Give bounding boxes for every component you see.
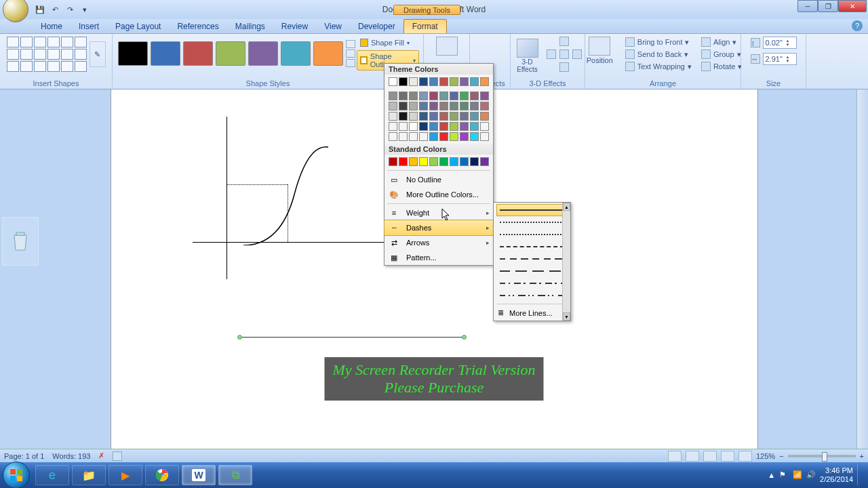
view-draft[interactable] [738, 451, 752, 462]
vertical-scrollbar[interactable] [856, 89, 868, 449]
theme-shade-swatch[interactable] [389, 102, 397, 110]
flyout-scroll-up[interactable]: ▲ [563, 203, 570, 211]
view-web-layout[interactable] [703, 451, 717, 462]
tilt-left[interactable] [547, 49, 556, 59]
theme-shade-swatch[interactable] [429, 112, 438, 121]
theme-shade-swatch[interactable] [480, 112, 489, 121]
standard-color-swatch[interactable] [429, 157, 438, 166]
send-to-back-button[interactable]: Send to Back ▾ [623, 49, 694, 60]
standard-color-swatch[interactable] [470, 157, 479, 166]
theme-shade-swatch[interactable] [429, 132, 438, 141]
theme-color-swatch[interactable] [460, 77, 469, 86]
weight-item[interactable]: ≡Weight▸ [384, 205, 493, 220]
taskbar-ie[interactable]: e [35, 465, 69, 485]
theme-shade-swatch[interactable] [419, 132, 428, 141]
theme-shade-swatch[interactable] [460, 92, 469, 100]
position-button[interactable]: Position [581, 37, 618, 64]
theme-shade-swatch[interactable] [409, 132, 418, 141]
standard-color-swatch[interactable] [460, 157, 469, 166]
theme-shade-swatch[interactable] [439, 112, 448, 121]
shape-width-input[interactable]: 2.91"▲▼ [763, 53, 797, 65]
tray-action-center-icon[interactable]: ⚑ [779, 470, 789, 480]
tray-volume-icon[interactable]: 🔊 [806, 470, 816, 480]
tab-developer[interactable]: Developer [350, 20, 403, 33]
zoom-in[interactable]: + [860, 452, 864, 460]
zoom-level[interactable]: 125% [756, 452, 775, 460]
theme-shade-swatch[interactable] [399, 122, 408, 131]
theme-shade-swatch[interactable] [480, 92, 489, 100]
theme-shade-swatch[interactable] [409, 112, 418, 121]
shape-styles-gallery[interactable] [117, 40, 344, 67]
theme-shade-swatch[interactable] [419, 112, 428, 121]
shadow-effects-button[interactable] [431, 37, 463, 56]
theme-color-swatch[interactable] [480, 77, 489, 86]
maximize-button[interactable]: ❐ [818, 0, 838, 12]
standard-color-swatch[interactable] [389, 157, 397, 166]
dash-round-dot[interactable] [496, 216, 568, 228]
theme-shade-swatch[interactable] [439, 122, 448, 131]
theme-shade-swatch[interactable] [460, 132, 469, 141]
theme-shade-swatch[interactable] [470, 112, 479, 121]
theme-shade-swatch[interactable] [450, 112, 458, 121]
dash-long[interactable] [496, 265, 568, 277]
selected-line-shape[interactable] [240, 337, 464, 338]
theme-shade-swatch[interactable] [480, 132, 489, 141]
tilt-reset[interactable] [559, 49, 569, 59]
theme-shade-swatch[interactable] [409, 102, 418, 110]
theme-shade-swatch[interactable] [419, 122, 428, 131]
theme-shade-swatch[interactable] [470, 132, 479, 141]
taskbar-recorder[interactable]: ⧉ [218, 465, 252, 485]
theme-shade-swatch[interactable] [450, 132, 458, 141]
standard-color-swatch[interactable] [409, 157, 418, 166]
edit-shape-button[interactable]: ✎ [90, 41, 106, 67]
line-handle-start[interactable] [237, 335, 242, 340]
tab-references[interactable]: References [169, 20, 226, 33]
standard-color-swatch[interactable] [399, 157, 408, 166]
show-desktop-button[interactable] [857, 465, 863, 485]
theme-color-swatch[interactable] [470, 77, 479, 86]
theme-shade-swatch[interactable] [429, 102, 438, 110]
gallery-more[interactable] [346, 59, 355, 67]
theme-shade-swatch[interactable] [409, 122, 418, 131]
theme-shade-swatch[interactable] [450, 92, 458, 100]
view-print-layout[interactable] [668, 451, 682, 462]
theme-shade-swatch[interactable] [460, 122, 469, 131]
tab-page-layout[interactable]: Page Layout [107, 20, 169, 33]
standard-color-swatch[interactable] [480, 157, 489, 166]
status-words[interactable]: Words: 193 [52, 452, 90, 460]
line-handle-end[interactable] [462, 335, 467, 340]
help-button[interactable]: ? [852, 20, 863, 31]
qat-redo[interactable]: ↷ [64, 3, 76, 16]
theme-shade-swatch[interactable] [399, 112, 408, 121]
taskbar-media-player[interactable]: ▶ [108, 465, 142, 485]
tray-network-icon[interactable]: 📶 [793, 470, 802, 480]
tilt-down[interactable] [559, 62, 569, 72]
theme-shade-swatch[interactable] [389, 122, 397, 131]
tray-clock[interactable]: 3:46 PM 2/26/2014 [820, 466, 853, 484]
shape-height-input[interactable]: 0.02"▲▼ [763, 37, 797, 49]
text-wrapping-button[interactable]: Text Wrapping ▾ [623, 61, 694, 72]
theme-shade-swatch[interactable] [419, 92, 428, 100]
align-button[interactable]: Align ▾ [698, 37, 745, 47]
theme-shade-swatch[interactable] [419, 102, 428, 110]
theme-color-swatch[interactable] [409, 77, 418, 86]
theme-shade-swatch[interactable] [399, 92, 408, 100]
taskbar-explorer[interactable]: 📁 [72, 465, 106, 485]
theme-color-swatch[interactable] [429, 77, 438, 86]
zoom-slider[interactable] [788, 455, 856, 458]
more-lines-item[interactable]: ≣More Lines... [494, 306, 570, 319]
view-full-screen[interactable] [686, 451, 699, 462]
standard-color-row[interactable] [384, 155, 493, 169]
shapes-gallery[interactable] [7, 37, 87, 72]
theme-color-swatch[interactable] [389, 77, 397, 86]
theme-shade-swatch[interactable] [470, 122, 479, 131]
standard-color-swatch[interactable] [450, 157, 458, 166]
zoom-out[interactable]: − [779, 452, 783, 460]
theme-shade-swatch[interactable] [439, 102, 448, 110]
theme-shade-swatch[interactable] [399, 102, 408, 110]
dash-dot[interactable] [496, 277, 568, 289]
dash-dot-dot[interactable] [496, 289, 568, 302]
qat-undo[interactable]: ↶ [49, 3, 61, 16]
rotate-button[interactable]: Rotate ▾ [698, 61, 745, 72]
tab-home[interactable]: Home [33, 20, 71, 33]
